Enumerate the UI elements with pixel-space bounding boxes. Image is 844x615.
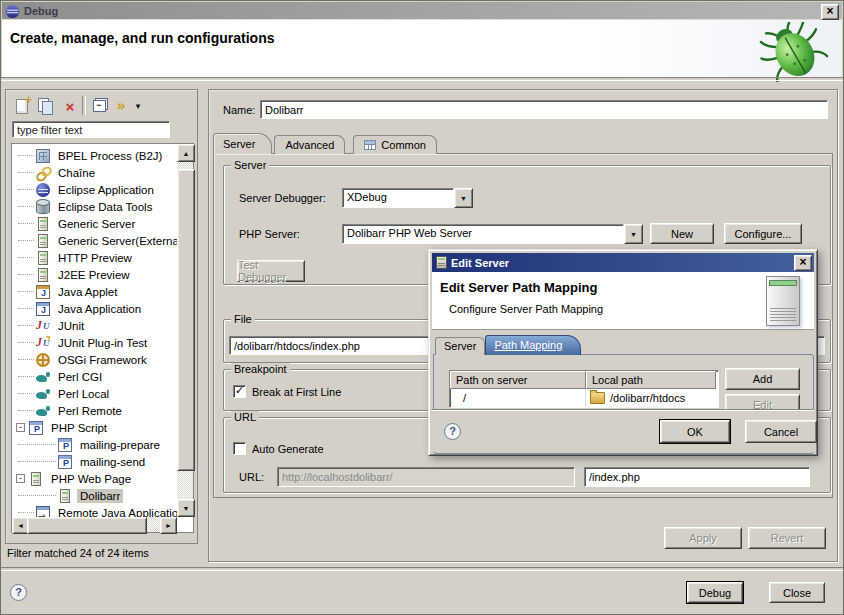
tree-vertical-scrollbar[interactable]: ▲ ▼	[177, 144, 193, 517]
tree-item[interactable]: -PHP Script	[12, 419, 177, 436]
bpel-icon	[36, 149, 50, 163]
tree-item-label: Eclipse Application	[55, 183, 157, 197]
configurations-tree: BPEL Process (B2J)ChaîneEclipse Applicat…	[11, 143, 194, 533]
filter-button[interactable]: »	[110, 96, 132, 116]
tree-item[interactable]: Perl CGI	[12, 368, 177, 385]
tree-item-label: PHP Web Page	[48, 472, 134, 486]
filter-menu-chevron-icon[interactable]: ▾	[132, 96, 144, 116]
column-path-on-server[interactable]: Path on server	[450, 371, 586, 389]
tree-item-label: Eclipse Data Tools	[55, 200, 155, 214]
tree-item[interactable]: Eclipse Data Tools	[12, 198, 177, 215]
chain-icon	[36, 166, 50, 180]
delete-configuration-button[interactable]: ×	[59, 96, 81, 116]
folder-icon	[590, 392, 605, 404]
debug-button[interactable]: Debug	[687, 582, 743, 603]
tree-item-label: Chaîne	[55, 166, 98, 180]
perl-icon	[36, 370, 50, 384]
dialog-titlebar[interactable]: Edit Server ×	[432, 253, 814, 272]
tree-item[interactable]: Perl Remote	[12, 402, 177, 419]
collapse-all-button[interactable]	[88, 96, 110, 116]
duplicate-configuration-button[interactable]	[34, 96, 56, 116]
tree-item[interactable]: Eclipse Application	[12, 181, 177, 198]
tree-item[interactable]: -PHP Web Page	[12, 470, 177, 487]
tree-item[interactable]: JUnit	[12, 317, 177, 334]
tree-item[interactable]: Remote Java Application	[12, 504, 177, 517]
eclipse-icon	[36, 183, 50, 197]
tree-item[interactable]: mailing-prepare	[12, 436, 177, 453]
mapping-table-body: //dolibarr/htdocs	[450, 389, 718, 407]
horizontal-scroll-thumb[interactable]	[27, 517, 147, 534]
tree-horizontal-scrollbar[interactable]: ◄ ►	[12, 517, 177, 532]
table-header-row: Path on server Local path	[450, 371, 718, 389]
tree-item[interactable]: OSGi Framework	[12, 351, 177, 368]
path-on-server-cell: /	[450, 389, 586, 407]
server-icon	[38, 234, 48, 248]
dialog-tab-server[interactable]: Server	[435, 337, 485, 355]
dialog-tab-path-mapping[interactable]: Path Mapping	[485, 335, 581, 355]
collapse-expander-icon[interactable]: -	[16, 474, 25, 483]
tree-item-label: Perl CGI	[55, 370, 105, 384]
window-close-button[interactable]: ×	[821, 4, 839, 20]
tree-item[interactable]: Perl Local	[12, 385, 177, 402]
tree-item[interactable]: Generic Server(External La	[12, 232, 177, 249]
tree-item[interactable]: Chaîne	[12, 164, 177, 181]
filter-input[interactable]	[12, 121, 170, 138]
tree-item-label: Java Application	[55, 302, 144, 316]
table-icon	[364, 140, 376, 150]
tree-item-label: Perl Remote	[55, 404, 125, 418]
bug-icon	[756, 22, 832, 82]
database-icon	[36, 200, 50, 214]
configurations-panel: × » ▾ BPEL Process (B2J)ChaîneEclipse Ap…	[5, 89, 198, 544]
page-title: Create, manage, and run configurations	[10, 30, 275, 46]
tab-server[interactable]: Server	[213, 133, 272, 154]
tree-item[interactable]: Dolibarr	[12, 487, 177, 504]
tree-item-label: mailing-send	[77, 455, 148, 469]
banner: Create, manage, and run configurations	[2, 20, 842, 77]
add-mapping-button[interactable]: Add	[725, 368, 800, 390]
tree-item-label: Dolibarr	[77, 489, 123, 503]
tree-item[interactable]: J2EE Preview	[12, 266, 177, 283]
configuration-name-input[interactable]	[260, 100, 828, 119]
path-mapping-table: Path on server Local path //dolibarr/htd…	[449, 370, 719, 408]
scroll-right-icon[interactable]: ►	[160, 517, 177, 534]
ok-button[interactable]: OK	[660, 420, 730, 443]
mapping-row[interactable]: //dolibarr/htdocs	[450, 389, 718, 407]
tree-item-label: J2EE Preview	[55, 268, 133, 282]
collapse-expander-icon[interactable]: -	[16, 423, 25, 432]
server-icon	[38, 268, 48, 282]
config-tree-rows: BPEL Process (B2J)ChaîneEclipse Applicat…	[12, 144, 177, 517]
tree-item[interactable]: Java Application	[12, 300, 177, 317]
server-icon	[436, 256, 447, 269]
tree-item[interactable]: JUnit Plug-in Test	[12, 334, 177, 351]
column-local-path[interactable]: Local path	[586, 371, 716, 389]
dialog-subheading: Configure Server Path Mapping	[449, 303, 603, 315]
scroll-up-icon[interactable]: ▲	[177, 144, 195, 162]
tree-item-label: PHP Script	[48, 421, 110, 435]
help-icon[interactable]: ?	[10, 584, 27, 601]
close-button[interactable]: Close	[769, 582, 825, 603]
tab-advanced[interactable]: Advanced	[274, 135, 345, 154]
window-titlebar[interactable]: Debug ×	[2, 2, 842, 20]
revert-button[interactable]: Revert	[748, 527, 826, 549]
cancel-button[interactable]: Cancel	[745, 420, 817, 443]
dialog-tab-bar: Server Path Mapping	[435, 335, 581, 355]
tree-item[interactable]: BPEL Process (B2J)	[12, 147, 177, 164]
tree-item[interactable]: Generic Server	[12, 215, 177, 232]
apply-button[interactable]: Apply	[664, 527, 742, 549]
tree-item[interactable]: HTTP Preview	[12, 249, 177, 266]
vertical-scroll-thumb[interactable]	[177, 169, 195, 471]
window-title: Debug	[24, 5, 58, 17]
tree-item[interactable]: Java Applet	[12, 283, 177, 300]
tab-common[interactable]: Common	[353, 135, 437, 154]
dialog-close-button[interactable]: ×	[794, 255, 812, 271]
perl-icon	[36, 387, 50, 401]
scroll-down-icon[interactable]: ▼	[177, 499, 195, 517]
new-configuration-button[interactable]	[11, 96, 33, 116]
filter-status-text: Filter matched 24 of 24 items	[7, 547, 149, 559]
name-label: Name:	[223, 104, 255, 116]
remotejava-icon	[36, 506, 50, 518]
tree-item[interactable]: mailing-send	[12, 453, 177, 470]
dialog-help-icon[interactable]: ?	[444, 423, 461, 440]
tree-item-label: OSGi Framework	[55, 353, 150, 367]
tree-item-label: mailing-prepare	[77, 438, 163, 452]
